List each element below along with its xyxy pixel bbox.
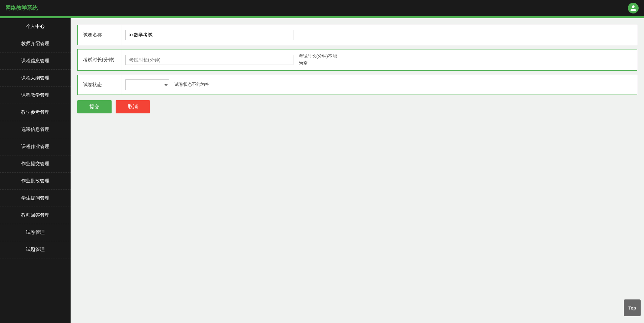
submit-button[interactable]: 提交 (77, 100, 112, 113)
status-field: 启用 禁用 试卷状态不能为空 (121, 76, 637, 94)
sidebar-item-course-hw-mgmt[interactable]: 课程作业管理 (0, 138, 71, 155)
form-row-status: 试卷状态 启用 禁用 试卷状态不能为空 (77, 75, 637, 95)
title-input[interactable] (125, 30, 293, 40)
sidebar-item-student-question-mgmt[interactable]: 学生提问管理 (0, 190, 71, 207)
sidebar-item-course-outline-mgmt[interactable]: 课程大纲管理 (0, 70, 71, 87)
site-title: 网络教学系统 (5, 5, 38, 12)
status-label: 试卷状态 (78, 75, 121, 95)
top-button[interactable]: Top (624, 299, 641, 316)
sidebar-item-teacher-answer-mgmt[interactable]: 教师回答管理 (0, 207, 71, 224)
layout: 个人中心 教师介绍管理 课程信息管理 课程大纲管理 课程教学管理 教学参考管理 … (0, 18, 644, 323)
sidebar-item-course-info-mgmt[interactable]: 课程信息管理 (0, 52, 71, 70)
duration-field: 考试时长(分钟)不能 为空 (121, 49, 637, 70)
sidebar-item-exam-paper-mgmt[interactable]: 试卷管理 (0, 224, 71, 241)
duration-input[interactable] (125, 55, 293, 65)
sidebar-item-course-selection-mgmt[interactable]: 选课信息管理 (0, 121, 71, 138)
sidebar-item-hw-submit-mgmt[interactable]: 作业提交管理 (0, 155, 71, 173)
title-field (121, 27, 637, 43)
status-select[interactable]: 启用 禁用 (125, 79, 169, 90)
status-error: 试卷状态不能为空 (174, 81, 209, 88)
sidebar-item-personal-center[interactable]: 个人中心 (0, 18, 71, 35)
sidebar: 个人中心 教师介绍管理 课程信息管理 课程大纲管理 课程教学管理 教学参考管理 … (0, 18, 71, 323)
main-content: 试卷名称 考试时长(分钟) 考试时长(分钟)不能 为空 试卷状态 启用 (71, 18, 644, 323)
sidebar-item-question-mgmt[interactable]: 试题管理 (0, 241, 71, 258)
sidebar-item-teacher-intro-mgmt[interactable]: 教师介绍管理 (0, 35, 71, 52)
duration-error: 考试时长(分钟)不能 为空 (299, 53, 337, 67)
duration-label: 考试时长(分钟) (78, 49, 121, 70)
form-row-duration: 考试时长(分钟) 考试时长(分钟)不能 为空 (77, 49, 637, 71)
button-row: 提交 取消 (77, 100, 637, 113)
title-label: 试卷名称 (78, 25, 121, 45)
cancel-button[interactable]: 取消 (116, 100, 150, 113)
sidebar-item-course-teaching-mgmt[interactable]: 课程教学管理 (0, 87, 71, 104)
user-avatar[interactable] (628, 3, 639, 13)
sidebar-item-teaching-ref-mgmt[interactable]: 教学参考管理 (0, 104, 71, 121)
sidebar-item-hw-review-mgmt[interactable]: 作业批改管理 (0, 173, 71, 190)
form-row-title: 试卷名称 (77, 25, 637, 45)
header: 网络教学系统 (0, 0, 644, 16)
